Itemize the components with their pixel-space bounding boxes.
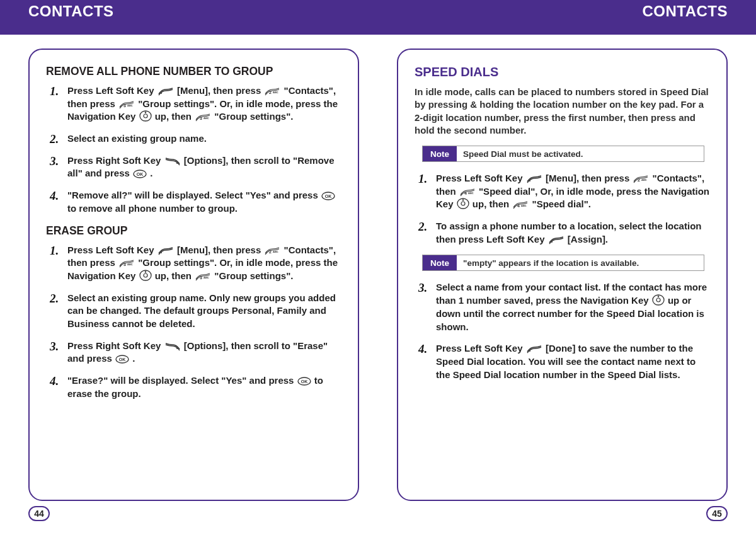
- left-softkey-icon: [526, 345, 542, 354]
- right-softkey-icon: [164, 342, 181, 351]
- svg-point-25: [176, 348, 178, 349]
- svg-text:2: 2: [269, 90, 272, 95]
- svg-point-22: [144, 271, 146, 272]
- svg-text:3: 3: [200, 275, 202, 280]
- page-spread: REMOVE ALL PHONE NUMBER TO GROUP 1.Press…: [0, 35, 756, 501]
- keypad-3-icon: 3ABC: [118, 259, 135, 268]
- svg-point-10: [176, 163, 178, 164]
- left-softkey-icon: [158, 87, 174, 96]
- remove-all-steps: 1.Press Left Soft Key [Menu], then press…: [46, 84, 341, 216]
- note-text: Speed Dial must be activated.: [457, 146, 590, 161]
- right-softkey-icon: [164, 157, 181, 166]
- svg-text:3: 3: [200, 116, 202, 120]
- note-box: Note Speed Dial must be activated.: [422, 146, 704, 162]
- speed-dial-steps-a: 1.Press Left Soft Key [Menu], then press…: [415, 172, 710, 246]
- svg-text:ABC: ABC: [127, 263, 133, 266]
- step-number: 3.: [50, 153, 59, 170]
- step-item: 3.Select a name from your contact list. …: [415, 281, 710, 333]
- svg-text:OK: OK: [119, 357, 126, 362]
- left-softkey-icon: [526, 175, 542, 183]
- note-text: "empty" appears if the location is avail…: [457, 255, 645, 270]
- svg-text:4: 4: [517, 204, 520, 208]
- step-item: 2.Select an existing group name.: [46, 132, 341, 146]
- step-item: 2.Select an existing group name. Only ne…: [46, 292, 341, 331]
- svg-text:ABC: ABC: [203, 117, 209, 120]
- step-number: 3.: [418, 280, 427, 296]
- step-number: 3.: [50, 338, 59, 355]
- svg-point-7: [144, 112, 146, 113]
- ok-button-icon: OK: [321, 192, 335, 200]
- ok-button-icon: OK: [115, 355, 129, 364]
- step-item: 1.Press Left Soft Key [Menu], then press…: [46, 84, 341, 124]
- header-left: CONTACTS: [28, 3, 114, 20]
- step-number: 4.: [50, 373, 59, 389]
- step-number: 1.: [50, 243, 59, 259]
- left-softkey-icon: [548, 236, 564, 244]
- svg-text:OK: OK: [301, 379, 307, 384]
- step-number: 2.: [50, 131, 59, 147]
- svg-point-36: [461, 202, 465, 205]
- svg-text:4: 4: [464, 191, 467, 195]
- dpad-icon: [139, 110, 152, 122]
- keypad-3-icon: 3ABC: [118, 100, 135, 109]
- svg-text:2: 2: [638, 178, 640, 182]
- svg-point-0: [161, 93, 162, 94]
- svg-text:ABC: ABC: [641, 178, 647, 181]
- svg-text:ABC: ABC: [468, 192, 474, 195]
- step-item: 1.Press Left Soft Key [Menu], then press…: [415, 172, 710, 211]
- svg-point-30: [529, 180, 530, 181]
- note-box: Note "empty" appears if the location is …: [422, 255, 704, 271]
- page-header: CONTACTS CONTACTS: [0, 0, 756, 35]
- svg-point-44: [529, 350, 530, 352]
- keypad-3-icon: 3ABC: [195, 272, 211, 281]
- section-title: REMOVE ALL PHONE NUMBER TO GROUP: [46, 65, 341, 78]
- svg-point-15: [161, 252, 162, 253]
- svg-point-21: [144, 273, 147, 277]
- ok-button-icon: OK: [297, 377, 311, 386]
- step-number: 4.: [50, 188, 59, 204]
- step-number: 1.: [418, 171, 427, 187]
- keypad-4-icon: 4ABC: [512, 200, 529, 209]
- keypad-4-icon: 4ABC: [459, 188, 476, 197]
- step-number: 2.: [418, 219, 427, 235]
- speed-dial-steps-b: 3.Select a name from your contact list. …: [415, 281, 710, 381]
- section-title: SPEED DIALS: [415, 65, 710, 79]
- svg-text:ABC: ABC: [273, 250, 278, 253]
- dpad-icon: [652, 294, 665, 306]
- svg-text:ABC: ABC: [203, 276, 209, 279]
- step-item: 4."Erase?" will be displayed. Select "Ye…: [46, 374, 341, 400]
- svg-point-37: [462, 200, 463, 201]
- svg-point-42: [656, 298, 660, 302]
- svg-text:2: 2: [269, 250, 272, 254]
- svg-text:ABC: ABC: [273, 91, 278, 94]
- svg-point-43: [658, 296, 659, 297]
- page-number-right: 45: [706, 506, 728, 521]
- section-intro: In idle mode, calls can be placed to num…: [415, 86, 710, 137]
- keypad-2-icon: 2ABC: [264, 87, 280, 96]
- svg-text:3: 3: [123, 262, 126, 267]
- svg-text:OK: OK: [137, 172, 144, 176]
- step-number: 4.: [418, 341, 427, 357]
- note-label: Note: [423, 146, 457, 161]
- section-title: ERASE GROUP: [46, 224, 341, 238]
- keypad-3-icon: 3ABC: [195, 113, 211, 122]
- step-item: 2.To assign a phone number to a location…: [415, 220, 710, 246]
- left-softkey-icon: [158, 246, 174, 255]
- step-item: 3.Press Right Soft Key [Options], then s…: [46, 340, 341, 365]
- page-numbers: 44 45: [0, 506, 756, 521]
- dpad-icon: [139, 270, 152, 281]
- svg-text:OK: OK: [325, 194, 332, 198]
- keypad-2-icon: 2ABC: [633, 175, 649, 183]
- svg-text:3: 3: [123, 103, 126, 108]
- step-number: 1.: [50, 83, 59, 100]
- step-item: 1.Press Left Soft Key [Menu], then press…: [46, 244, 341, 283]
- ok-button-icon: OK: [133, 170, 147, 178]
- step-item: 3.Press Right Soft Key [Options], then s…: [46, 154, 341, 180]
- svg-text:ABC: ABC: [521, 204, 527, 207]
- dpad-icon: [457, 198, 469, 209]
- svg-point-40: [551, 241, 553, 243]
- left-page: REMOVE ALL PHONE NUMBER TO GROUP 1.Press…: [28, 49, 359, 501]
- header-right: CONTACTS: [642, 3, 728, 20]
- right-page: SPEED DIALS In idle mode, calls can be p…: [397, 49, 728, 501]
- step-number: 2.: [50, 291, 59, 307]
